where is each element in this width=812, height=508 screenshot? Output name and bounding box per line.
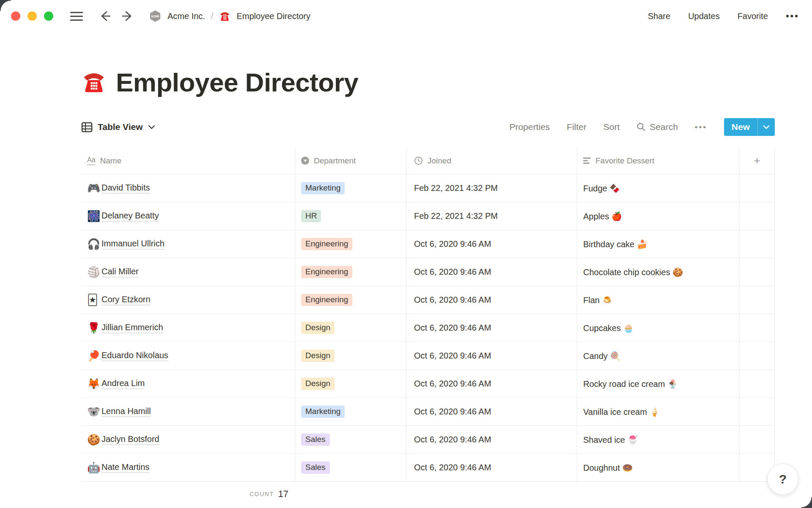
search-button[interactable]: Search — [636, 122, 678, 132]
filter-button[interactable]: Filter — [567, 122, 587, 132]
department-badge: Engineering — [301, 266, 352, 278]
favorite-button[interactable]: Favorite — [738, 11, 768, 21]
joined-cell[interactable]: Oct 6, 2020 9:46 AM — [406, 342, 577, 370]
employee-page-link[interactable]: Lenna Hamill — [102, 406, 151, 417]
department-cell[interactable]: Sales — [295, 426, 406, 453]
dessert-cell[interactable]: Fudge 🍫 — [577, 174, 740, 202]
employee-page-link[interactable]: Jillian Emmerich — [102, 323, 163, 333]
employee-name-cell[interactable]: 🎆Delaney Beatty — [81, 202, 295, 230]
employee-page-link[interactable]: Andrea Lim — [102, 378, 145, 389]
joined-cell[interactable]: Oct 6, 2020 9:46 AM — [406, 370, 577, 398]
joined-cell[interactable]: Oct 6, 2020 9:46 AM — [406, 286, 577, 314]
text-property-icon: Aa — [87, 156, 96, 165]
employee-name-cell[interactable]: 🐨Lenna Hamill — [81, 398, 295, 425]
zoom-button[interactable] — [44, 11, 53, 21]
column-header-favorite-dessert[interactable]: Favorite Dessert — [577, 147, 740, 174]
select-property-icon — [301, 157, 309, 165]
dessert-cell[interactable]: Rocky road ice cream 🍨 — [577, 370, 740, 398]
employee-page-link[interactable]: Nate Martins — [102, 462, 149, 473]
back-arrow-icon[interactable] — [98, 11, 111, 22]
search-label: Search — [650, 122, 678, 132]
table-row: 🎧Immanuel UllrichEngineeringOct 6, 2020 … — [81, 230, 775, 258]
table-row: 🃏Cory EtzkornEngineeringOct 6, 2020 9:46… — [81, 286, 775, 314]
employee-page-link[interactable]: Cory Etzkorn — [102, 295, 151, 305]
employee-name-cell[interactable]: 🤖Nate Martins — [81, 454, 295, 481]
column-label: Favorite Dessert — [595, 156, 654, 166]
employee-name-cell[interactable]: 🏓Eduardo Nikolaus — [81, 342, 295, 370]
workspace-logo-icon[interactable]: ACME — [149, 10, 162, 22]
properties-button[interactable]: Properties — [509, 122, 550, 132]
joined-cell[interactable]: Oct 6, 2020 9:46 AM — [406, 398, 577, 425]
employee-page-link[interactable]: Jaclyn Botsford — [102, 434, 159, 445]
more-options-icon[interactable]: ••• — [786, 11, 799, 21]
department-cell[interactable]: Marketing — [295, 174, 406, 202]
dessert-cell[interactable]: Shaved ice 🍧 — [577, 426, 740, 453]
view-options-icon[interactable]: ••• — [695, 123, 707, 131]
employee-name-cell[interactable]: 🎧Immanuel Ullrich — [81, 230, 295, 258]
breadcrumb-workspace[interactable]: Acme Inc. — [167, 11, 205, 21]
department-cell[interactable]: Design — [295, 342, 406, 370]
help-button[interactable]: ? — [767, 464, 798, 495]
joker-card-emoji: 🃏 — [87, 295, 102, 305]
window-corner — [801, 497, 812, 508]
updates-button[interactable]: Updates — [688, 11, 720, 21]
joined-cell[interactable]: Feb 22, 2021 4:32 PM — [406, 202, 577, 230]
employee-page-link[interactable]: Delaney Beatty — [102, 211, 159, 221]
department-cell[interactable]: Marketing — [295, 398, 406, 425]
dessert-cell[interactable]: Apples 🍎 — [577, 202, 740, 230]
employee-page-link[interactable]: Immanuel Ullrich — [102, 239, 165, 249]
new-button[interactable]: New — [724, 118, 757, 136]
column-header-name[interactable]: Aa Name — [81, 147, 295, 174]
dessert-cell[interactable]: Birthday cake 🍰 — [577, 230, 740, 258]
department-cell[interactable]: Engineering — [295, 286, 406, 314]
table-view-switcher[interactable]: Table View — [81, 122, 155, 133]
row-spacer-cell — [740, 370, 775, 398]
joined-cell[interactable]: Feb 22, 2021 4:32 PM — [406, 174, 577, 202]
employee-name-cell[interactable]: 🌹Jillian Emmerich — [81, 314, 295, 342]
employee-name-cell[interactable]: 🃏Cory Etzkorn — [81, 286, 295, 314]
joined-cell[interactable]: Oct 6, 2020 9:46 AM — [406, 454, 577, 481]
employee-name-cell[interactable]: 🍪Jaclyn Botsford — [81, 426, 295, 453]
breadcrumb-page[interactable]: Employee Directory — [236, 11, 310, 21]
sort-button[interactable]: Sort — [604, 122, 620, 132]
department-cell[interactable]: Engineering — [295, 258, 406, 286]
sidebar-menu-icon[interactable] — [70, 12, 83, 21]
employee-page-link[interactable]: David Tibbits — [102, 183, 150, 193]
page-title: Employee Directory — [116, 67, 358, 97]
row-spacer-cell — [740, 202, 775, 230]
window-title-bar: ACME Acme Inc. / Employee Directory Shar… — [0, 0, 812, 32]
department-cell[interactable]: Design — [295, 314, 406, 342]
department-cell[interactable]: Engineering — [295, 230, 406, 258]
column-header-department[interactable]: Department — [295, 147, 406, 174]
table-calc-row[interactable]: COUNT 17 — [81, 482, 295, 506]
department-badge: Engineering — [301, 294, 352, 306]
dessert-cell[interactable]: Chocolate chip cookies 🍪 — [577, 258, 740, 286]
add-column-button[interactable]: + — [740, 147, 775, 174]
joined-cell[interactable]: Oct 6, 2020 9:46 AM — [406, 426, 577, 453]
new-dropdown-button[interactable] — [758, 118, 775, 136]
employee-name-cell[interactable]: 🦊Andrea Lim — [81, 370, 295, 398]
department-badge: Marketing — [301, 182, 345, 194]
employee-name-cell[interactable]: 🎮David Tibbits — [81, 174, 295, 202]
share-button[interactable]: Share — [648, 11, 670, 21]
department-cell[interactable]: HR — [295, 202, 406, 230]
joined-cell[interactable]: Oct 6, 2020 9:46 AM — [406, 230, 577, 258]
dessert-cell[interactable]: Cupcakes 🧁 — [577, 314, 740, 342]
minimize-button[interactable] — [27, 11, 37, 21]
department-cell[interactable]: Sales — [295, 454, 406, 481]
employee-name-cell[interactable]: 🏐Cali Miller — [81, 258, 295, 286]
column-header-joined[interactable]: Joined — [406, 147, 577, 174]
dessert-cell[interactable]: Flan 🍮 — [577, 286, 740, 314]
close-button[interactable] — [11, 11, 20, 21]
table-row: 🎮David TibbitsMarketingFeb 22, 2021 4:32… — [81, 174, 775, 202]
forward-arrow-icon[interactable] — [122, 11, 134, 22]
dessert-cell[interactable]: Candy 🍭 — [577, 342, 740, 370]
joined-cell[interactable]: Oct 6, 2020 9:46 AM — [406, 314, 577, 342]
employee-page-link[interactable]: Cali Miller — [102, 267, 139, 277]
department-cell[interactable]: Design — [295, 370, 406, 398]
dessert-cell[interactable]: Vanilla ice cream 🍦 — [577, 398, 740, 425]
department-badge: Design — [301, 378, 335, 390]
employee-page-link[interactable]: Eduardo Nikolaus — [102, 351, 168, 361]
joined-cell[interactable]: Oct 6, 2020 9:46 AM — [406, 258, 577, 286]
dessert-cell[interactable]: Doughnut 🍩 — [577, 454, 740, 481]
